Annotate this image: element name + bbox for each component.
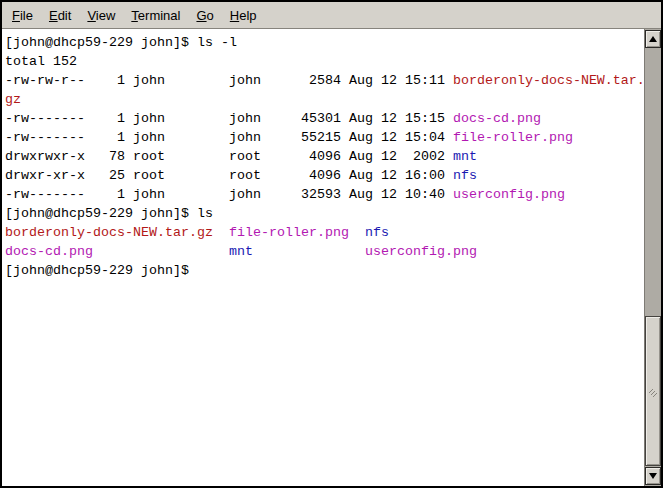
terminal-line: docs-cd.png mnt userconfig.png [5, 242, 644, 261]
menu-file[interactable]: File [4, 4, 41, 27]
terminal-line: total 152 [5, 52, 644, 71]
terminal-line: gz [5, 90, 644, 109]
menu-help[interactable]: Help [222, 4, 265, 27]
terminal-line: -rw------- 1 john john 45301 Aug 12 15:1… [5, 109, 644, 128]
terminal-line: -rw------- 1 john john 32593 Aug 12 10:4… [5, 185, 644, 204]
menu-label: T [131, 8, 138, 23]
menu-label: F [12, 8, 20, 23]
terminal-line: -rw------- 1 john john 55215 Aug 12 15:0… [5, 128, 644, 147]
menu-terminal[interactable]: Terminal [123, 4, 188, 27]
terminal-content: [john@dhcp59-229 john]$ ls -ltotal 152-r… [2, 28, 661, 486]
arrow-up-icon [649, 36, 657, 42]
menu-view[interactable]: View [79, 4, 123, 27]
menu-edit[interactable]: Edit [41, 4, 79, 27]
grip-lines-icon [647, 385, 659, 397]
terminal-line: [john@dhcp59-229 john]$ ls -l [5, 33, 644, 52]
menu-label: E [49, 8, 58, 23]
scrollbar[interactable] [644, 29, 661, 486]
menu-label: G [196, 8, 206, 23]
terminal-line: drwxrwxr-x 78 root root 4096 Aug 12 2002… [5, 147, 644, 166]
terminal-window: FileEditViewTerminalGoHelp [john@dhcp59-… [0, 0, 663, 488]
arrow-down-icon [649, 473, 657, 479]
scrollbar-thumb[interactable] [645, 316, 661, 466]
scroll-up-button[interactable] [645, 30, 661, 48]
scroll-down-button[interactable] [645, 467, 661, 485]
menu-label: H [230, 8, 239, 23]
menu-go[interactable]: Go [188, 4, 221, 27]
terminal-line: [john@dhcp59-229 john]$ ls [5, 204, 644, 223]
terminal-line: -rw-rw-r-- 1 john john 2584 Aug 12 15:11… [5, 71, 644, 90]
terminal-output[interactable]: [john@dhcp59-229 john]$ ls -ltotal 152-r… [2, 29, 644, 486]
terminal-line: [john@dhcp59-229 john]$ [5, 261, 644, 280]
menubar: FileEditViewTerminalGoHelp [2, 2, 661, 28]
menu-label: V [87, 8, 95, 23]
terminal-line: drwxr-xr-x 25 root root 4096 Aug 12 16:0… [5, 166, 644, 185]
terminal-line: borderonly-docs-NEW.tar.gz file-roller.p… [5, 223, 644, 242]
